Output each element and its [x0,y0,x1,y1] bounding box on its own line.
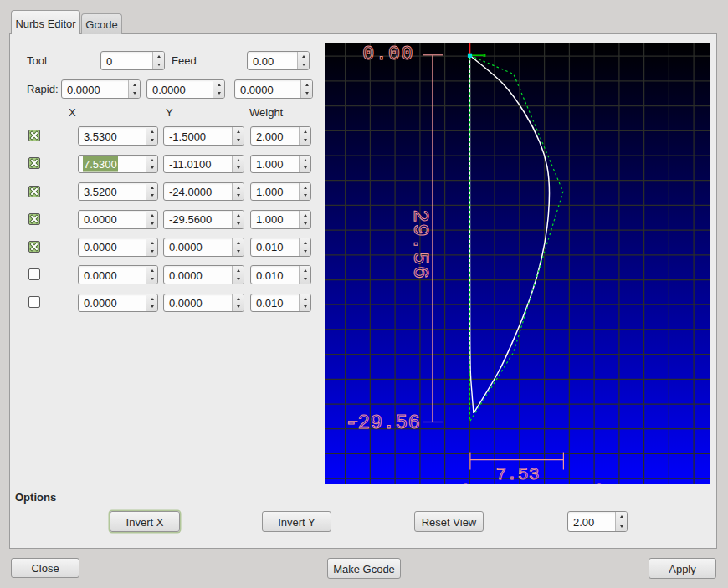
svg-text:0.00: 0.00 [362,43,414,65]
svg-text:(0.00, -29.56): (0.00, -29.56) [459,483,606,485]
svg-text:7.53: 7.53 [496,465,540,484]
svg-text:29.56: 29.56 [408,210,433,280]
svg-text:-29.56: -29.56 [346,412,421,434]
